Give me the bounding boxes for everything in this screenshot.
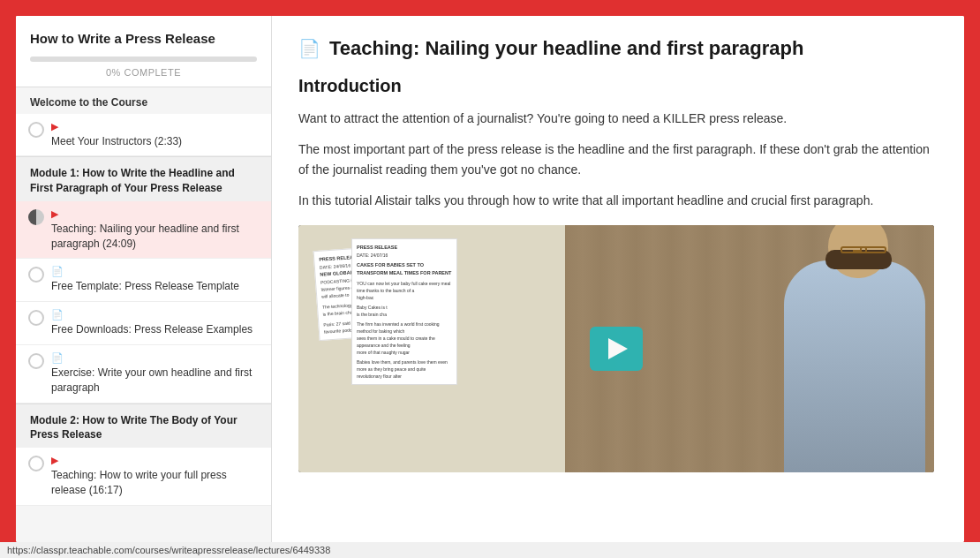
course-title: How to Write a Press Release — [30, 30, 257, 48]
url-bar: https://classpr.teachable.com/courses/wr… — [0, 542, 980, 558]
module1-header: Module 1: How to Write the Headline and … — [16, 156, 271, 201]
content-paragraph-3: In this tutorial Alistair talks you thro… — [298, 191, 938, 211]
video-player[interactable]: PRESS RELEASE DATE: 24/06/16 NEW GLOBAL … — [298, 225, 934, 472]
doc-papers: PRESS RELEASE DATE: 24/06/16 NEW GLOBAL … — [298, 225, 565, 472]
doc-icon: 📄 — [51, 266, 239, 277]
content-paragraph-1: Want to attract the attention of a journ… — [298, 109, 938, 129]
lesson-info: ▶ Meet Your Instructors (2:33) — [51, 121, 182, 149]
module2-header: Module 2: How to Write The Body of Your … — [16, 403, 271, 449]
lesson-label: Free Downloads: Press Release Examples — [51, 322, 253, 337]
main-content: 📄 Teaching: Nailing your headline and fi… — [272, 16, 964, 542]
video-icon: ▶ — [51, 121, 182, 132]
video-icon: ▶ — [51, 208, 259, 220]
doc-icon: 📄 — [51, 309, 253, 320]
person-shirt — [784, 260, 925, 472]
lesson-main-title: Teaching: Nailing your headline and firs… — [329, 37, 803, 60]
lesson-label: Meet Your Instructors (2:33) — [51, 134, 182, 149]
lesson-title-bar: 📄 Teaching: Nailing your headline and fi… — [298, 37, 938, 60]
lesson-item-template[interactable]: 📄 Free Template: Press Release Template — [16, 259, 271, 302]
video-left-panel: PRESS RELEASE DATE: 24/06/16 NEW GLOBAL … — [298, 225, 565, 472]
lesson-circle-half — [28, 209, 44, 225]
sidebar: How to Write a Press Release 0% COMPLETE… — [16, 16, 272, 542]
lesson-circle — [28, 456, 44, 471]
lesson-label: Teaching: How to write your full press r… — [51, 468, 259, 498]
lesson-info: 📄 Exercise: Write your own headline and … — [51, 352, 259, 396]
lesson-item-exercise[interactable]: 📄 Exercise: Write your own headline and … — [16, 345, 271, 403]
lesson-info: 📄 Free Downloads: Press Release Examples — [51, 309, 253, 337]
play-button[interactable] — [590, 327, 643, 371]
sidebar-header: How to Write a Press Release 0% COMPLETE — [16, 16, 271, 87]
lesson-item-full-press-release[interactable]: ▶ Teaching: How to write your full press… — [16, 448, 271, 506]
content-paragraph-2: The most important part of the press rel… — [298, 140, 938, 180]
inner-container: How to Write a Press Release 0% COMPLETE… — [16, 16, 964, 542]
lesson-item-downloads[interactable]: 📄 Free Downloads: Press Release Examples — [16, 302, 271, 345]
lesson-info: ▶ Teaching: How to write your full press… — [51, 455, 259, 498]
lesson-label: Teaching: Nailing your headline and firs… — [51, 222, 259, 252]
lesson-item-meet-instructors[interactable]: ▶ Meet Your Instructors (2:33) — [16, 114, 271, 157]
progress-label: 0% COMPLETE — [30, 67, 257, 78]
lesson-item-teaching-headline[interactable]: ▶ Teaching: Nailing your headline and fi… — [16, 201, 271, 260]
video-icon: ▶ — [51, 455, 259, 466]
lesson-circle — [28, 310, 44, 326]
section-welcome-header: Welcome to the Course — [16, 87, 271, 114]
doc-paper-2: PRESS RELEASE DATE: 24/07/16 CAKES FOR B… — [351, 238, 457, 384]
lesson-circle — [28, 267, 44, 283]
intro-heading: Introduction — [298, 76, 938, 96]
progress-bar-container — [30, 57, 257, 62]
page-doc-icon: 📄 — [298, 38, 320, 59]
lesson-label: Free Template: Press Release Template — [51, 279, 239, 294]
play-triangle-icon — [608, 338, 628, 359]
lesson-label: Exercise: Write your own headline and fi… — [51, 366, 259, 396]
doc-icon: 📄 — [51, 352, 259, 364]
glasses-bridge — [853, 250, 862, 252]
lesson-info: 📄 Free Template: Press Release Template — [51, 266, 239, 294]
lesson-circle — [28, 122, 44, 138]
outer-frame: How to Write a Press Release 0% COMPLETE… — [0, 0, 980, 558]
lesson-circle — [28, 353, 44, 369]
lesson-info: ▶ Teaching: Nailing your headline and fi… — [51, 208, 259, 252]
